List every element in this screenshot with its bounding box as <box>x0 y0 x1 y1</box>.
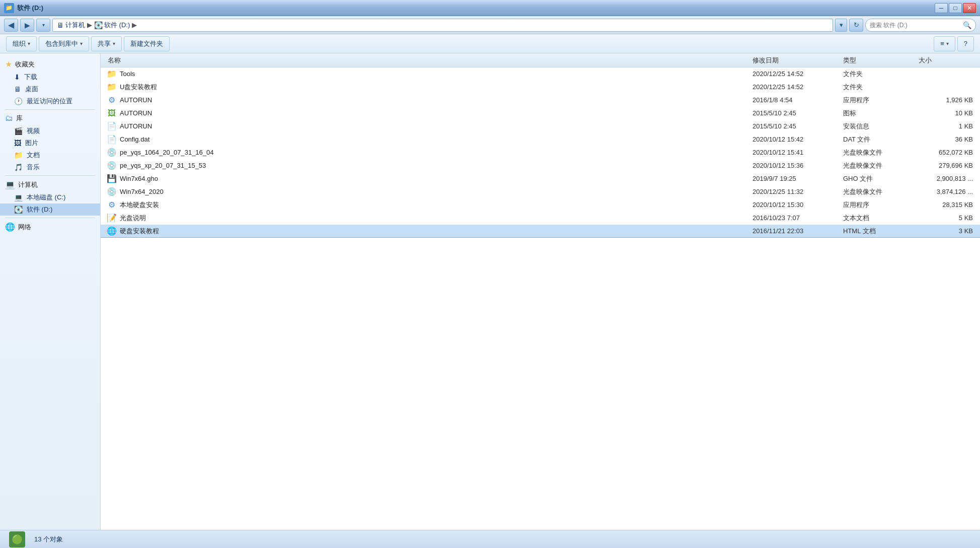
col-header-size[interactable]: 大小 <box>916 56 976 65</box>
search-input[interactable] <box>870 22 961 29</box>
col-header-name[interactable]: 名称 <box>105 56 749 65</box>
path-item-drive[interactable]: 💽 软件 (D:) <box>94 21 130 30</box>
close-button[interactable]: ✕ <box>963 3 976 13</box>
table-row[interactable]: 📁 Tools 2020/12/25 14:52 文件夹 <box>101 67 980 81</box>
sidebar-item-c-drive[interactable]: 💻 本地磁盘 (C:) <box>0 191 100 203</box>
path-item-computer[interactable]: 🖥 计算机 <box>57 21 85 30</box>
table-row[interactable]: 📝 光盘说明 2016/10/23 7:07 文本文档 5 KB <box>101 212 980 225</box>
sidebar-item-recent[interactable]: 🕐 最近访问的位置 <box>0 95 100 107</box>
sidebar-item-desktop[interactable]: 🖥 桌面 <box>0 83 100 95</box>
sidebar-item-d-drive[interactable]: 💽 软件 (D:) <box>0 203 100 216</box>
file-name-cell: 💿 Win7x64_2020 <box>105 187 749 196</box>
file-size-cell: 1 KB <box>916 122 976 130</box>
column-headers: 名称 修改日期 类型 大小 <box>101 53 980 67</box>
file-type-icon: 💿 <box>107 187 117 196</box>
file-size-cell: 3 KB <box>916 227 976 235</box>
file-type-cell: GHO 文件 <box>840 174 916 183</box>
file-type-cell: 文本文档 <box>840 214 916 223</box>
sidebar-item-documents[interactable]: 📁 文档 <box>0 149 100 161</box>
col-header-modified[interactable]: 修改日期 <box>749 56 840 65</box>
file-name-cell: 📄 AUTORUN <box>105 121 749 131</box>
file-size-cell: 5 KB <box>916 214 976 222</box>
sidebar-section-network: 🌐 网络 <box>0 220 100 234</box>
network-icon: 🌐 <box>5 222 15 232</box>
address-dropdown-button[interactable]: ▾ <box>835 19 847 32</box>
organize-button[interactable]: 组织 ▾ <box>6 36 37 51</box>
file-size-cell: 3,874,126 ... <box>916 188 976 195</box>
file-type-icon: 💿 <box>107 161 117 170</box>
divider-2 <box>5 175 95 176</box>
sidebar-library-header[interactable]: 🗂 库 <box>0 112 100 125</box>
sidebar-favorites-header[interactable]: ★ 收藏夹 <box>0 57 100 71</box>
computer-icon: 🖥 <box>57 21 64 29</box>
back-button[interactable]: ◀ <box>4 19 18 32</box>
file-modified-cell: 2016/10/23 7:07 <box>749 214 840 222</box>
file-size-cell: 1,926 KB <box>916 96 976 104</box>
sidebar-item-downloads[interactable]: ⬇ 下载 <box>0 71 100 83</box>
file-modified-cell: 2020/10/12 15:30 <box>749 201 840 209</box>
main-container: ★ 收藏夹 ⬇ 下载 🖥 桌面 🕐 最近访问的位置 🗂 库 <box>0 53 980 530</box>
divider-3 <box>5 218 95 218</box>
sidebar-item-video[interactable]: 🎬 视频 <box>0 125 100 137</box>
titlebar-controls[interactable]: ─ □ ✕ <box>935 3 976 13</box>
search-box[interactable]: 🔍 <box>865 19 976 32</box>
sidebar-section-favorites: ★ 收藏夹 ⬇ 下载 🖥 桌面 🕐 最近访问的位置 <box>0 57 100 107</box>
maximize-button[interactable]: □ <box>949 3 962 13</box>
music-icon: 🎵 <box>14 163 23 171</box>
file-modified-cell: 2016/11/21 22:03 <box>749 227 840 235</box>
file-type-cell: 应用程序 <box>840 200 916 210</box>
sidebar: ★ 收藏夹 ⬇ 下载 🖥 桌面 🕐 最近访问的位置 🗂 库 <box>0 53 101 530</box>
table-row[interactable]: 📁 U盘安装教程 2020/12/25 14:52 文件夹 <box>101 81 980 94</box>
file-size-cell: 10 KB <box>916 109 976 117</box>
file-type-icon: 💿 <box>107 148 117 157</box>
file-type-icon: 💾 <box>107 174 117 183</box>
file-type-cell: 应用程序 <box>840 96 916 105</box>
video-icon: 🎬 <box>14 127 23 135</box>
favorites-star-icon: ★ <box>5 59 12 69</box>
refresh-button[interactable]: ↻ <box>849 19 863 32</box>
share-arrow-icon: ▾ <box>113 41 115 46</box>
table-row[interactable]: 💿 pe_yqs_1064_20_07_31_16_04 2020/10/12 … <box>101 146 980 159</box>
file-type-cell: 安装信息 <box>840 122 916 131</box>
address-path[interactable]: 🖥 计算机 ▶ 💽 软件 (D:) ▶ <box>52 19 833 32</box>
view-button[interactable]: ≡ ▾ <box>934 36 955 51</box>
sidebar-network-header[interactable]: 🌐 网络 <box>0 220 100 234</box>
new-folder-button[interactable]: 新建文件夹 <box>124 36 170 51</box>
table-row[interactable]: 💿 Win7x64_2020 2020/12/25 11:32 光盘映像文件 3… <box>101 185 980 198</box>
file-list: 📁 Tools 2020/12/25 14:52 文件夹 📁 U盘安装教程 20… <box>101 67 980 238</box>
file-type-icon: 🖼 <box>107 109 117 118</box>
table-row[interactable]: 💿 pe_yqs_xp_20_07_31_15_53 2020/10/12 15… <box>101 159 980 172</box>
library-icon: 🗂 <box>5 114 13 123</box>
pictures-icon: 🖼 <box>14 139 21 147</box>
file-type-icon: 📝 <box>107 213 117 223</box>
table-row[interactable]: ⚙ AUTORUN 2016/1/8 4:54 应用程序 1,926 KB <box>101 94 980 107</box>
divider-1 <box>5 109 95 110</box>
file-name-cell: 💾 Win7x64.gho <box>105 174 749 183</box>
sidebar-computer-header[interactable]: 💻 计算机 <box>0 178 100 191</box>
col-header-type[interactable]: 类型 <box>840 56 916 65</box>
window-title: 软件 (D:) <box>17 4 43 13</box>
minimize-button[interactable]: ─ <box>935 3 948 13</box>
sidebar-item-pictures[interactable]: 🖼 图片 <box>0 137 100 149</box>
file-modified-cell: 2020/12/25 14:52 <box>749 70 840 78</box>
table-row[interactable]: ⚙ 本地硬盘安装 2020/10/12 15:30 应用程序 28,315 KB <box>101 198 980 212</box>
include-arrow-icon: ▾ <box>80 41 83 46</box>
share-button[interactable]: 共享 ▾ <box>91 36 122 51</box>
statusbar-app-icon: 🟢 <box>8 532 26 546</box>
table-row[interactable]: 🖼 AUTORUN 2015/5/10 2:45 图标 10 KB <box>101 107 980 120</box>
include-library-button[interactable]: 包含到库中 ▾ <box>39 36 89 51</box>
forward-button[interactable]: ▶ <box>20 19 34 32</box>
table-row[interactable]: 💾 Win7x64.gho 2019/9/7 19:25 GHO 文件 2,90… <box>101 172 980 185</box>
sidebar-section-library: 🗂 库 🎬 视频 🖼 图片 📁 文档 🎵 音乐 <box>0 112 100 173</box>
statusbar: 🟢 13 个对象 <box>0 530 980 548</box>
recent-locations-button[interactable]: ▾ <box>36 19 50 32</box>
file-type-icon: 📁 <box>107 82 117 92</box>
help-button[interactable]: ? <box>957 36 974 51</box>
file-type-cell: 文件夹 <box>840 70 916 79</box>
table-row[interactable]: 📄 AUTORUN 2015/5/10 2:45 安装信息 1 KB <box>101 120 980 133</box>
file-name-cell: ⚙ AUTORUN <box>105 95 749 105</box>
table-row[interactable]: 🌐 硬盘安装教程 2016/11/21 22:03 HTML 文档 3 KB <box>101 225 980 238</box>
file-name-cell: 📝 光盘说明 <box>105 213 749 223</box>
sidebar-item-music[interactable]: 🎵 音乐 <box>0 161 100 173</box>
table-row[interactable]: 📄 Config.dat 2020/10/12 15:42 DAT 文件 36 … <box>101 133 980 146</box>
